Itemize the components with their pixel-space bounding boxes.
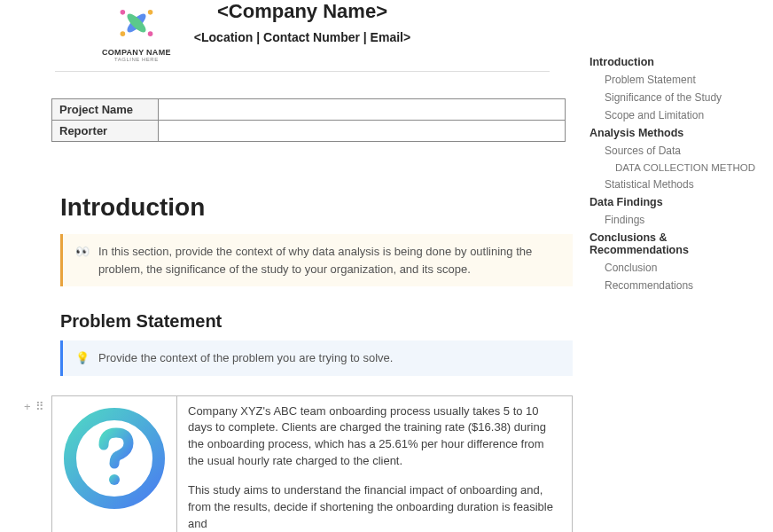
toc-item-problem-statement[interactable]: Problem Statement [596,71,764,89]
svg-point-2 [121,10,126,15]
header-divider [55,71,550,72]
question-mark-image-cell [52,396,176,533]
logo-tagline: TAGLINE HERE [102,57,171,62]
toc-item-statistical-methods[interactable]: Statistical Methods [596,176,764,193]
toc-item-conclusion[interactable]: Conclusion [596,259,764,277]
introduction-heading[interactable]: Introduction [60,193,587,222]
reporter-label: Reporter [52,121,159,142]
introduction-callout[interactable]: 👀 In this section, provide the context o… [60,234,573,286]
block-row-controls: + ⠿ [24,400,44,413]
table-row: Project Name [52,99,566,121]
drag-handle-icon[interactable]: ⠿ [35,400,44,413]
table-of-contents: IntroductionProblem StatementSignificanc… [596,0,773,532]
document-header: COMPANY NAME TAGLINE HERE <Company Name>… [18,0,587,44]
add-block-button[interactable]: + [24,400,31,413]
eyes-icon: 👀 [75,243,90,278]
example-paragraph-2: This study aims to understand the financ… [188,482,561,532]
svg-point-3 [148,10,153,15]
toc-item-data-collection-method[interactable]: DATA COLLECTION METHOD [596,160,764,176]
example-content-block[interactable]: + ⠿ Company XYZ's ABC team [51,395,573,533]
question-mark-icon [61,405,168,512]
toc-item-significance-of-the-study[interactable]: Significance of the Study [596,89,764,106]
toc-item-introduction[interactable]: Introduction [590,53,764,71]
project-name-value[interactable] [159,99,566,121]
svg-point-7 [109,474,120,485]
introduction-callout-text: In this section, provide the context of … [98,243,560,278]
toc-item-recommendations[interactable]: Recommendations [596,277,764,294]
logo-label: COMPANY NAME [102,48,171,57]
company-logo-block: COMPANY NAME TAGLINE HERE [102,0,171,62]
toc-item-analysis-methods[interactable]: Analysis Methods [590,124,764,142]
toc-item-findings[interactable]: Findings [596,211,764,229]
svg-point-4 [121,31,126,36]
document-main: COMPANY NAME TAGLINE HERE <Company Name>… [0,0,596,532]
reporter-value[interactable] [159,121,566,142]
company-logo-icon [113,0,160,46]
toc-item-scope-and-limitation[interactable]: Scope and Limitation [596,106,764,124]
project-name-label: Project Name [52,99,159,121]
toc-item-sources-of-data[interactable]: Sources of Data [596,142,764,160]
toc-item-data-findings[interactable]: Data Findings [590,193,764,211]
bulb-icon: 💡 [75,349,90,367]
svg-point-5 [148,31,153,36]
example-text-cell[interactable]: Company XYZ's ABC team onboarding proces… [176,396,572,533]
project-info-table: Project Name Reporter [51,98,566,142]
table-row: Reporter [52,121,566,142]
problem-statement-callout[interactable]: 💡 Provide the context of the problem you… [60,340,573,376]
example-paragraph-1: Company XYZ's ABC team onboarding proces… [188,403,561,470]
problem-statement-heading[interactable]: Problem Statement [60,311,587,332]
problem-statement-callout-text: Provide the context of the problem you a… [98,349,393,367]
toc-item-conclusions-recommendations[interactable]: Conclusions & Recommendations [590,229,764,259]
